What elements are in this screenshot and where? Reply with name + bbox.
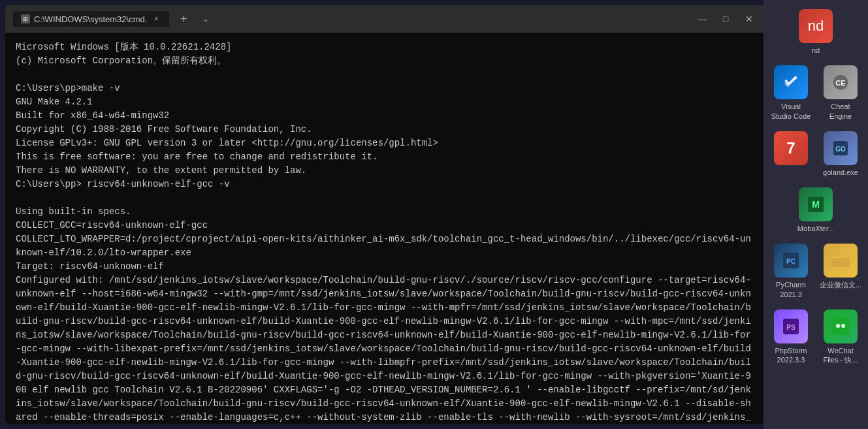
sidebar-app-mobaxterm[interactable]: M MobaXter... (767, 183, 864, 237)
sidebar-app-7[interactable]: 7 (767, 127, 814, 181)
folder-label: 企业微信文... (820, 280, 861, 289)
wechat-icon (824, 310, 858, 343)
app-row-6: PS PhpStorm2022.3.3 WeChatFiles - 快... (764, 306, 868, 369)
terminal-window: ⊞ C:\WINDOWS\system32\cmd. × + ⌄ — □ ✕ M… (5, 5, 764, 424)
sidebar-app-goland[interactable]: GO goland.exe (817, 127, 864, 181)
terminal-body[interactable]: Microsoft Windows [版本 10.0.22621.2428] (… (5, 33, 764, 424)
terminal-line-11: Using built-in specs. (16, 206, 131, 217)
terminal-line-5: Built for x86_64-w64-mingw32 (16, 110, 169, 121)
svg-point-11 (836, 324, 840, 328)
svg-text:GO: GO (835, 146, 846, 153)
sidebar-app-vscode[interactable]: VisualStudio Code (767, 61, 814, 125)
terminal-line-13: COLLECT_LTO_WRAPPER=d:/project/cproject/… (16, 234, 751, 258)
cheatengine-icon: CE (824, 65, 858, 99)
svg-rect-10 (831, 318, 850, 335)
phpstorm-icon: PS (774, 310, 808, 343)
pycharm-icon: PC (774, 244, 808, 278)
mobaxterm-label: MobaXter... (797, 224, 834, 233)
tab-title: C:\WINDOWS\system32\cmd. (34, 14, 147, 24)
cheatengine-label: CheatEngine (829, 102, 852, 121)
titlebar-controls: — □ ✕ (696, 12, 756, 25)
app-row-4: M MobaXter... (764, 183, 868, 237)
goland-label: goland.exe (823, 168, 858, 177)
sidebar-app-folder[interactable]: 企业微信文... (817, 240, 864, 303)
terminal-line-4: GNU Make 4.2.1 (16, 97, 93, 107)
sidebar-app-wechat[interactable]: WeChatFiles - 快... (817, 306, 864, 369)
sidebar-app-nd[interactable]: nd nd (767, 5, 864, 59)
phpstorm-label: PhpStorm2022.3.3 (775, 346, 807, 365)
terminal-tab[interactable]: ⊞ C:\WINDOWS\system32\cmd. × (13, 11, 169, 27)
terminal-line-6: Copyright (C) 1988-2016 Free Software Fo… (16, 124, 312, 135)
svg-text:CE: CE (835, 79, 845, 87)
app7-icon: 7 (774, 131, 808, 165)
app-row-2: VisualStudio Code CE CheatEngine (764, 61, 868, 125)
svg-point-12 (841, 324, 845, 328)
app-row-3: 7 GO goland.exe (764, 127, 868, 181)
terminal-titlebar: ⊞ C:\WINDOWS\system32\cmd. × + ⌄ — □ ✕ (5, 5, 764, 33)
terminal-line-8: This is free software: you are free to c… (16, 151, 378, 162)
terminal-line-9: There is NO WARRANTY, to the extent perm… (16, 165, 306, 176)
terminal-line-1: Microsoft Windows [版本 10.0.22621.2428] (16, 42, 231, 52)
terminal-line-2: (c) Microsoft Corporation。保留所有权利。 (16, 56, 226, 66)
sidebar-app-phpstorm[interactable]: PS PhpStorm2022.3.3 (767, 306, 814, 369)
sidebar-app-pycharm[interactable]: PC PyCharm2021.3 (767, 240, 814, 303)
mobaxterm-icon: M (799, 187, 833, 221)
terminal-line-7: License GPLv3+: GNU GPL version 3 or lat… (16, 138, 438, 148)
desktop-sidebar: nd nd VisualStudio Code CE CheatEngine (764, 0, 868, 429)
vscode-label: VisualStudio Code (771, 102, 811, 121)
svg-text:PS: PS (786, 324, 796, 331)
minimize-button[interactable]: — (696, 12, 709, 25)
vscode-icon (774, 65, 808, 99)
terminal-line-14: Target: riscv64-unknown-elf (16, 261, 164, 272)
close-button[interactable]: ✕ (743, 12, 756, 25)
app-row-5: PC PyCharm2021.3 企业微信文... (764, 240, 868, 303)
folder-icon (824, 244, 858, 278)
terminal-line-10: C:\Users\pp> riscv64-unknown-elf-gcc -v (16, 179, 230, 189)
terminal-line-3: C:\Users\pp>make -v (16, 83, 120, 93)
svg-text:M: M (812, 199, 820, 210)
goland-icon: GO (824, 131, 858, 165)
svg-text:PC: PC (786, 258, 796, 265)
pycharm-label: PyCharm2021.3 (776, 280, 806, 299)
terminal-line-12: COLLECT_GCC=riscv64-unknown-elf-gcc (16, 220, 208, 230)
sidebar-app-cheatengine[interactable]: CE CheatEngine (817, 61, 864, 125)
maximize-button[interactable]: □ (719, 12, 732, 25)
terminal-line-15: Configured with: /mnt/ssd/jenkins_iotsw/… (16, 275, 751, 424)
wechat-label: WeChatFiles - 快... (823, 346, 858, 365)
nd-label: nd (812, 46, 820, 55)
nd-icon: nd (799, 9, 833, 43)
app-row-1: nd nd (764, 5, 868, 59)
tab-close-button[interactable]: × (151, 14, 161, 24)
tab-dropdown-button[interactable]: ⌄ (198, 11, 214, 27)
new-tab-button[interactable]: + (174, 10, 193, 28)
tab-icon: ⊞ (21, 14, 30, 24)
